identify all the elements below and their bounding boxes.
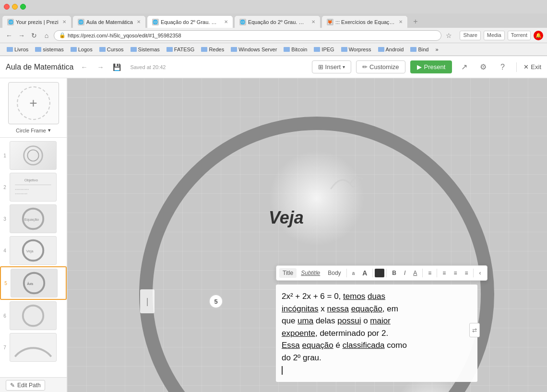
toolbar-sep-5 — [437, 269, 437, 277]
present-button[interactable]: ▶ Present — [410, 60, 452, 73]
tab-1-close[interactable]: ✕ — [62, 19, 66, 24]
bookmark-livros[interactable]: Livros — [4, 46, 31, 53]
bookmark-cursos[interactable]: Cursos — [96, 46, 127, 53]
torrent-button[interactable]: Torrent — [508, 31, 531, 40]
customize-label: Customize — [369, 63, 399, 71]
tab-3-close[interactable]: ✕ — [224, 19, 228, 24]
slide-item-1[interactable]: 1 — [0, 140, 67, 171]
back-button[interactable]: ← — [4, 30, 14, 41]
bookmark-bind[interactable]: Bind — [407, 46, 431, 53]
folder-icon — [99, 47, 106, 52]
insert-label: Insert — [325, 63, 341, 71]
toolbar-align-right-button[interactable]: ≡ — [461, 268, 471, 278]
slide-svg-3: Equação — [10, 205, 56, 233]
bottom-bar: ✎ Edit Path — [0, 377, 67, 392]
bookmark-star-button[interactable]: ☆ — [443, 30, 454, 41]
toolbar-italic-button[interactable]: I — [401, 268, 409, 278]
minimize-window-button[interactable] — [12, 4, 18, 10]
bookmark-sistemas[interactable]: sistemas — [32, 46, 66, 53]
reload-button[interactable]: ↻ — [29, 30, 39, 41]
canvas-nav-left-button[interactable]: | — [140, 289, 155, 313]
app-forward-button[interactable]: → — [95, 61, 106, 73]
toolbar-large-a-button[interactable]: A — [359, 268, 370, 278]
settings-button[interactable]: ⚙ — [476, 60, 490, 74]
tab-5[interactable]: 🦊 ::: Exercícios de Equações... ✕ — [321, 15, 408, 28]
right-resize-handle[interactable]: ⇄ — [469, 323, 480, 337]
bookmark-ipeg[interactable]: IPEG — [311, 46, 337, 53]
bookmark-logos[interactable]: Logos — [68, 46, 95, 53]
slide-item-2[interactable]: 2 Objetivo ●●●●●●●●●● ●●●●●●●●● — [0, 171, 67, 203]
edit-path-button[interactable]: ✎ Edit Path — [6, 380, 45, 391]
home-button[interactable]: ⌂ — [41, 30, 52, 41]
bookmark-more[interactable]: » — [432, 46, 441, 53]
toolbar-collapse-button[interactable]: ‹ — [476, 268, 484, 278]
tab-4[interactable]: 🌐 Equação do 2º Grau. Com... ✕ — [234, 15, 321, 28]
help-button[interactable]: ? — [495, 60, 510, 74]
toolbar-subtitle-button[interactable]: Subtitle — [297, 268, 323, 278]
toolbar-body-button[interactable]: Body — [324, 268, 344, 278]
frame-selector: + Circle Frame ▾ — [0, 78, 67, 138]
toolbar-list-button[interactable]: ≡ — [425, 268, 435, 278]
text-content-box[interactable]: 2x² + 2x + 6 = 0, temos duas incógnitas … — [276, 285, 477, 382]
tab-3[interactable]: 🌐 Equação do 2º Grau. Com... ✕ — [147, 15, 233, 28]
slide-item-5[interactable]: 5 Áxis — [0, 266, 67, 300]
share-button[interactable]: Share — [460, 31, 480, 40]
bookmark-windows-server[interactable]: Windows Server — [228, 46, 280, 53]
bookmark-bind-label: Bind — [418, 47, 428, 52]
new-tab-button[interactable]: + — [409, 15, 422, 28]
slide-svg-1 — [10, 142, 56, 169]
frame-dropdown-icon[interactable]: ▾ — [48, 127, 51, 133]
share-button[interactable]: ↗ — [457, 60, 471, 74]
toolbar-align-left-button[interactable]: ≡ — [439, 268, 449, 278]
exit-button[interactable]: ✕ Exit — [523, 63, 541, 71]
notification-button[interactable]: 🔔 — [534, 31, 543, 40]
media-button[interactable]: Media — [484, 31, 505, 40]
customize-button[interactable]: ✏ Customize — [356, 60, 405, 73]
pencil-icon: ✎ — [10, 382, 15, 389]
bookmark-bitcoin[interactable]: Bitcoin — [281, 46, 310, 53]
frame-plus-icon: + — [29, 95, 37, 111]
slide-number-3: 3 — [2, 216, 8, 222]
insert-button[interactable]: ⊞ Insert ▾ — [312, 60, 352, 73]
slide-item-7[interactable]: 7 — [0, 332, 67, 363]
toolbar-title-button[interactable]: Title — [279, 268, 297, 278]
slide-item-6[interactable]: 6 — [0, 300, 67, 332]
bookmark-android[interactable]: Android — [375, 46, 407, 53]
bookmark-sistemas2-label: Sistemas — [138, 47, 160, 52]
slide-item-3[interactable]: 3 Equação — [0, 203, 67, 235]
toolbar-color-picker[interactable] — [375, 269, 384, 277]
tab-2[interactable]: 🌐 Aula de Matemática ✕ — [72, 15, 146, 28]
toolbar-bold-button[interactable]: B — [389, 268, 400, 278]
app-back-button[interactable]: ← — [78, 61, 90, 73]
slide-svg-7 — [10, 333, 56, 361]
address-bar[interactable]: 🔒 https://prezi.com/-hi5lc_yqoso/edit/#1… — [54, 30, 441, 41]
slide-item-4[interactable]: 4 Veja — [0, 235, 67, 266]
header-divider — [516, 62, 517, 72]
slide-svg-5: Áxis — [11, 269, 57, 297]
bookmark-sistemas2[interactable]: Sistemas — [128, 46, 163, 53]
slide-number-4: 4 — [2, 248, 8, 253]
bookmark-worpress[interactable]: Worpress — [338, 46, 374, 53]
tab-4-close[interactable]: ✕ — [311, 19, 315, 24]
folder-icon — [231, 47, 237, 52]
toolbar-align-center-button[interactable]: ≡ — [450, 268, 460, 278]
maximize-window-button[interactable] — [20, 4, 26, 10]
canvas-area[interactable]: | 5 Veja Title Subtitle Body a A B I A ≡… — [67, 78, 547, 392]
app-save-button[interactable]: 💾 — [111, 61, 122, 73]
forward-button[interactable]: → — [16, 30, 27, 41]
insert-icon: ⊞ — [318, 63, 323, 71]
toolbar-font-color-button[interactable]: A — [410, 268, 420, 278]
bookmark-more-label: » — [435, 47, 438, 52]
tab-1[interactable]: 🌐 Your prezis | Prezi ✕ — [2, 15, 71, 28]
toolbar-small-a-button[interactable]: a — [349, 269, 358, 277]
tab-2-close[interactable]: ✕ — [137, 19, 141, 24]
frame-circle-icon: + — [17, 86, 50, 120]
step-indicator: 5 — [209, 294, 223, 309]
bookmark-redes[interactable]: Redes — [198, 46, 227, 53]
bookmark-fatesg[interactable]: FATESG — [164, 46, 198, 53]
app-header: Aula de Matemática ← → 💾 Saved at 20:42 … — [0, 56, 547, 78]
browser-chrome: 🌐 Your prezis | Prezi ✕ 🌐 Aula de Matemá… — [0, 0, 547, 56]
close-window-button[interactable] — [4, 4, 10, 10]
tab-5-close[interactable]: ✕ — [399, 19, 403, 24]
exit-label: Exit — [531, 63, 541, 71]
